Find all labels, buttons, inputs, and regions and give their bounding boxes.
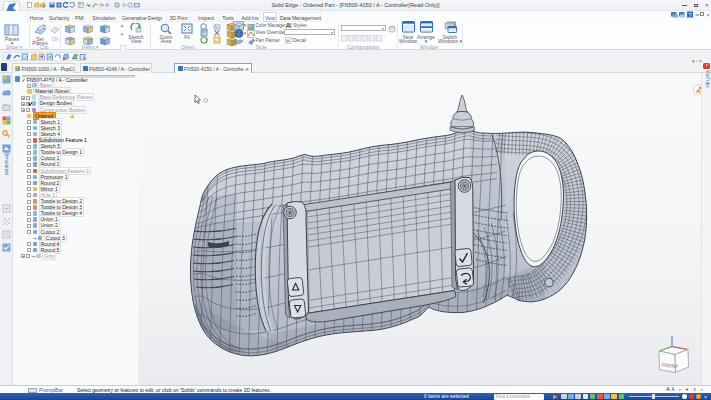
svg-text:×: × [707, 12, 710, 18]
svg-text:?: ? [689, 12, 692, 18]
